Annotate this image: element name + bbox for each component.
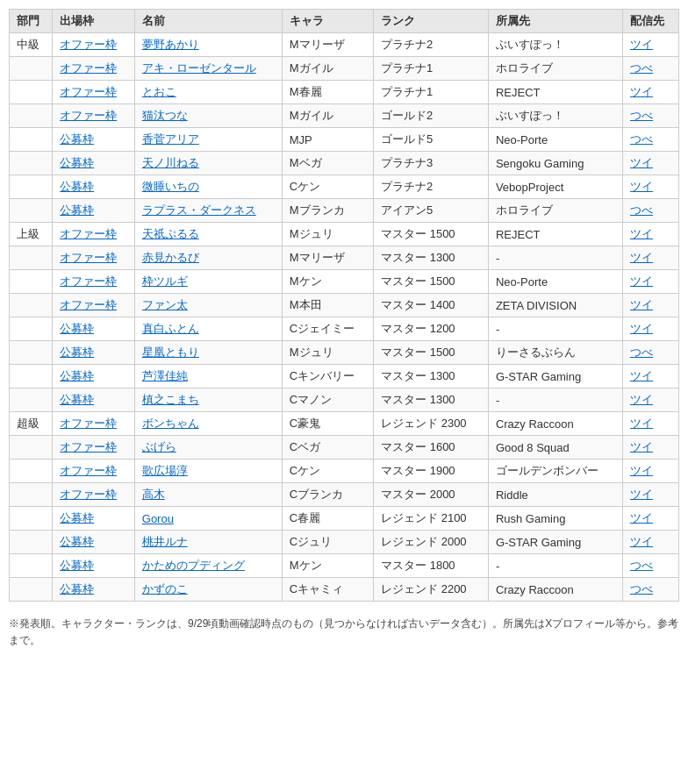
name-link[interactable]: 天ノ川ねる	[142, 156, 199, 169]
bracket-link[interactable]: 公募枠	[60, 346, 94, 359]
stream-link[interactable]: つべ	[630, 132, 653, 146]
rank-cell: レジェンド 2200	[374, 578, 489, 602]
bracket-link[interactable]: 公募枠	[60, 535, 94, 548]
rank-cell: レジェンド 2300	[374, 412, 489, 436]
stream-cell: ツイ	[622, 412, 678, 436]
name-cell: とおこ	[134, 81, 282, 104]
column-header: 部門	[10, 10, 53, 33]
stream-link[interactable]: ツイ	[630, 227, 653, 240]
bracket-link[interactable]: オファー枠	[60, 251, 117, 264]
stream-cell: ツイ	[622, 246, 678, 270]
stream-link[interactable]: ツイ	[630, 322, 653, 335]
name-link[interactable]: 高木	[142, 488, 165, 501]
name-link[interactable]: 枠ツルギ	[142, 274, 188, 288]
name-link[interactable]: 槙之こまち	[142, 393, 199, 406]
bracket-link[interactable]: オファー枠	[60, 488, 117, 501]
name-link[interactable]: ファン太	[142, 298, 188, 311]
stream-link[interactable]: ツイ	[630, 369, 653, 382]
stream-cell: ツイ	[622, 294, 678, 317]
character-cell: MJP	[282, 128, 373, 152]
name-link[interactable]: 星凰ともり	[142, 346, 199, 359]
affiliation-cell: Crazy Raccoon	[488, 412, 622, 436]
name-link[interactable]: Gorou	[142, 512, 174, 525]
bracket-link[interactable]: 公募枠	[60, 559, 94, 572]
stream-link[interactable]: ツイ	[630, 180, 653, 193]
bracket-link[interactable]: 公募枠	[60, 180, 94, 193]
table-row: 公募枠槙之こまちCマノンマスター 1300-ツイ	[10, 388, 679, 412]
name-link[interactable]: 香菅アリア	[142, 132, 199, 146]
stream-link[interactable]: ツイ	[630, 85, 653, 98]
stream-link[interactable]: つべ	[630, 346, 653, 359]
name-link[interactable]: 夢野あかり	[142, 38, 199, 51]
note-text: ※発表順。キャラクター・ランクは、9/29頃動画確認時点のもの（見つからなければ…	[9, 616, 679, 649]
stream-link[interactable]: つべ	[630, 582, 653, 595]
stream-cell: つべ	[622, 578, 678, 602]
name-link[interactable]: アキ・ローゼンタール	[142, 61, 256, 75]
bracket-link[interactable]: オファー枠	[60, 274, 117, 288]
stream-cell: つべ	[622, 128, 678, 152]
stream-link[interactable]: ツイ	[630, 156, 653, 169]
bracket-link[interactable]: オファー枠	[60, 440, 117, 453]
name-link[interactable]: ぶげら	[142, 440, 176, 453]
division-cell: 上級	[10, 223, 53, 246]
bracket-link[interactable]: 公募枠	[60, 132, 94, 146]
stream-link[interactable]: つべ	[630, 203, 653, 217]
bracket-link[interactable]: オファー枠	[60, 464, 117, 477]
bracket-link[interactable]: オファー枠	[60, 109, 117, 122]
bracket-link[interactable]: 公募枠	[60, 203, 94, 217]
stream-link[interactable]: ツイ	[630, 298, 653, 311]
character-cell: Cケン	[282, 460, 373, 483]
name-link[interactable]: 芦澤佳純	[142, 369, 188, 382]
bracket-link[interactable]: オファー枠	[60, 298, 117, 311]
bracket-link[interactable]: 公募枠	[60, 369, 94, 382]
stream-link[interactable]: つべ	[630, 559, 653, 572]
character-cell: C豪鬼	[282, 412, 373, 436]
name-link[interactable]: 猫汰つな	[142, 109, 188, 122]
bracket-link[interactable]: オファー枠	[60, 61, 117, 75]
stream-link[interactable]: ツイ	[630, 464, 653, 477]
affiliation-cell: Crazy Raccoon	[488, 578, 622, 602]
bracket-link[interactable]: オファー枠	[60, 85, 117, 98]
bracket-link[interactable]: オファー枠	[60, 417, 117, 430]
name-link[interactable]: かずのこ	[142, 582, 188, 595]
bracket-link[interactable]: 公募枠	[60, 322, 94, 335]
stream-link[interactable]: ツイ	[630, 488, 653, 501]
character-cell: Cブランカ	[282, 483, 373, 507]
stream-cell: ツイ	[622, 460, 678, 483]
bracket-cell: オファー枠	[53, 223, 135, 246]
bracket-link[interactable]: オファー枠	[60, 38, 117, 51]
character-cell: Cベガ	[282, 436, 373, 460]
division-cell	[10, 436, 53, 460]
stream-cell: ツイ	[622, 152, 678, 175]
name-link[interactable]: 歌広場淳	[142, 464, 188, 477]
stream-link[interactable]: ツイ	[630, 274, 653, 288]
stream-link[interactable]: ツイ	[630, 440, 653, 453]
name-link[interactable]: とおこ	[142, 85, 176, 98]
division-cell: 超級	[10, 412, 53, 436]
bracket-link[interactable]: 公募枠	[60, 582, 94, 595]
stream-link[interactable]: つべ	[630, 109, 653, 122]
name-link[interactable]: 赤見かるび	[142, 251, 199, 264]
name-link[interactable]: 真白ふとん	[142, 322, 199, 335]
name-link[interactable]: ラプラス・ダークネス	[142, 203, 256, 217]
stream-link[interactable]: つべ	[630, 61, 653, 75]
stream-cell: つべ	[622, 199, 678, 223]
stream-link[interactable]: ツイ	[630, 417, 653, 430]
bracket-link[interactable]: 公募枠	[60, 393, 94, 406]
bracket-link[interactable]: 公募枠	[60, 156, 94, 169]
name-link[interactable]: 桃井ルナ	[142, 535, 188, 548]
name-link[interactable]: 天祇ぷるる	[142, 227, 199, 240]
stream-link[interactable]: ツイ	[630, 511, 653, 524]
character-cell: Cジェイミー	[282, 317, 373, 341]
stream-link[interactable]: ツイ	[630, 251, 653, 264]
bracket-link[interactable]: オファー枠	[60, 227, 117, 240]
stream-link[interactable]: ツイ	[630, 38, 653, 51]
stream-link[interactable]: ツイ	[630, 393, 653, 406]
name-cell: 枠ツルギ	[134, 270, 282, 294]
name-cell: ラプラス・ダークネス	[134, 199, 282, 223]
stream-link[interactable]: ツイ	[630, 535, 653, 548]
bracket-link[interactable]: 公募枠	[60, 511, 94, 524]
name-link[interactable]: かためのプディング	[142, 559, 245, 572]
name-link[interactable]: ボンちゃん	[142, 417, 199, 430]
name-link[interactable]: 微睡いちの	[142, 180, 199, 193]
